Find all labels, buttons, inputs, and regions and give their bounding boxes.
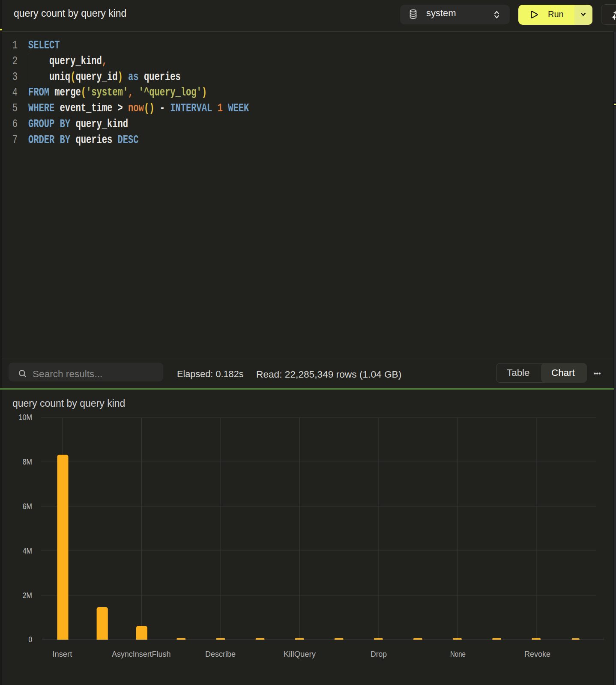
svg-text:Insert: Insert (52, 649, 72, 658)
svg-text:10M: 10M (18, 413, 32, 422)
svg-text:0: 0 (28, 635, 32, 644)
svg-text:None: None (450, 649, 466, 658)
svg-text:8M: 8M (23, 457, 32, 466)
svg-text:Describe: Describe (205, 649, 236, 658)
svg-text:4M: 4M (23, 546, 32, 555)
svg-text:2M: 2M (23, 591, 32, 600)
svg-text:6M: 6M (23, 502, 32, 511)
svg-text:Revoke: Revoke (524, 649, 550, 658)
svg-text:Drop: Drop (371, 649, 387, 658)
svg-text:KillQuery: KillQuery (284, 649, 316, 658)
svg-text:AsyncInsertFlush: AsyncInsertFlush (112, 649, 171, 658)
